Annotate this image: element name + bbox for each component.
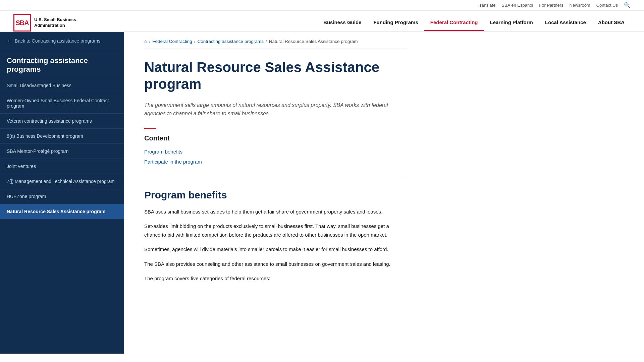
contact-link[interactable]: Contact Us [596,3,618,8]
search-button[interactable]: 🔍 [624,2,631,8]
breadcrumb-current: Natural Resource Sales Assistance progra… [269,39,358,44]
logo-line1: U.S. Small Business [34,17,76,23]
main-content: ⌂ / Federal Contracting / Contracting as… [124,32,426,354]
sidebar-item-nrsa: Natural Resource Sales Assistance progra… [0,204,124,219]
site-logo[interactable]: SBA U.S. Small Business Administration [13,14,76,32]
sidebar-item-8a: 8(a) Business Development program [0,129,124,144]
breadcrumb-contracting-programs[interactable]: Contracting assistance programs [198,39,264,44]
body-text-4: The SBA also provides counseling and oth… [144,260,406,268]
content-link-benefits: Program benefits [144,147,406,157]
logo-abbr: SBA [15,19,29,27]
logo-line2: Administration [34,23,76,28]
sidebar-back-link[interactable]: ← Back to Contracting assistance program… [0,32,124,50]
site-header: SBA U.S. Small Business Administration B… [0,11,644,32]
content-link-participate: Participate in the program [144,157,406,167]
breadcrumb: ⌂ / Federal Contracting / Contracting as… [144,39,406,49]
sidebar-link-veteran[interactable]: Veteran contracting assistance programs [0,114,124,129]
section-divider [144,177,406,177]
nav-about-sba[interactable]: About SBA [592,15,631,31]
sidebar-item-wosb: Women-Owned Small Business Federal Contr… [0,93,124,114]
sidebar-link-hubzone[interactable]: HUBZone program [0,189,124,204]
spanish-link[interactable]: SBA en Español [501,3,533,8]
breadcrumb-sep-3: / [266,39,267,44]
nav-learning-platform[interactable]: Learning Platform [484,15,539,31]
link-participate[interactable]: Participate in the program [144,159,202,165]
sidebar-link-8a[interactable]: 8(a) Business Development program [0,129,124,144]
sidebar-link-joint[interactable]: Joint ventures [0,159,124,174]
sidebar-link-nrsa[interactable]: Natural Resource Sales Assistance progra… [0,204,124,219]
sidebar-link-sdb[interactable]: Small Disadvantaged Business [0,78,124,93]
body-text-2: Set-asides limit bidding on the products… [144,222,406,239]
sidebar-item-hubzone: HUBZone program [0,189,124,204]
logo-text: U.S. Small Business Administration [34,17,76,28]
sidebar-link-wosb[interactable]: Women-Owned Small Business Federal Contr… [0,93,124,114]
nav-local-assistance[interactable]: Local Assistance [539,15,592,31]
breadcrumb-home[interactable]: ⌂ [144,39,147,44]
logo-box: SBA [13,14,31,32]
partners-link[interactable]: For Partners [539,3,563,8]
main-nav: Business Guide Funding Programs Federal … [317,15,631,31]
translate-link[interactable]: Translate [478,3,496,8]
nav-business-guide[interactable]: Business Guide [317,15,367,31]
sidebar-title: Contracting assistance programs [0,50,124,78]
sidebar-item-sdb: Small Disadvantaged Business [0,78,124,93]
content-links: Program benefits Participate in the prog… [144,147,406,167]
body-text-1: SBA uses small business set-asides to he… [144,207,406,216]
body-text-3: Sometimes, agencies will divide material… [144,245,406,254]
sidebar-link-mentor[interactable]: SBA Mentor-Protégé program [0,144,124,159]
sidebar-item-7j: 7(j) Management and Technical Assistance… [0,174,124,189]
page-layout: ← Back to Contracting assistance program… [0,32,644,354]
content-divider [144,128,156,129]
home-icon: ⌂ [144,39,147,44]
content-heading: Content [144,134,406,142]
newsroom-link[interactable]: Newsroom [570,3,590,8]
body-text-5: The program covers five categories of fe… [144,274,406,283]
nav-funding-programs[interactable]: Funding Programs [367,15,424,31]
nav-federal-contracting[interactable]: Federal Contracting [424,15,484,31]
utility-bar: Translate SBA en Español For Partners Ne… [0,0,644,11]
page-title: Natural Resource Sales Assistance progra… [144,59,406,93]
sidebar-link-7j[interactable]: 7(j) Management and Technical Assistance… [0,174,124,189]
link-program-benefits[interactable]: Program benefits [144,149,182,155]
sidebar: ← Back to Contracting assistance program… [0,32,124,354]
breadcrumb-sep-2: / [194,39,196,44]
program-benefits-section: Program benefits SBA uses small business… [144,189,406,283]
section-heading-benefits: Program benefits [144,189,406,201]
sidebar-item-veteran: Veteran contracting assistance programs [0,114,124,129]
sidebar-back-label: Back to Contracting assistance programs [15,38,100,44]
breadcrumb-federal-contracting[interactable]: Federal Contracting [152,39,192,44]
page-intro: The government sells large amounts of na… [144,101,406,118]
breadcrumb-sep-1: / [149,39,150,44]
back-arrow-icon: ← [7,38,12,44]
sidebar-nav: Small Disadvantaged Business Women-Owned… [0,78,124,219]
sidebar-item-joint: Joint ventures [0,159,124,174]
sidebar-item-mentor: SBA Mentor-Protégé program [0,144,124,159]
